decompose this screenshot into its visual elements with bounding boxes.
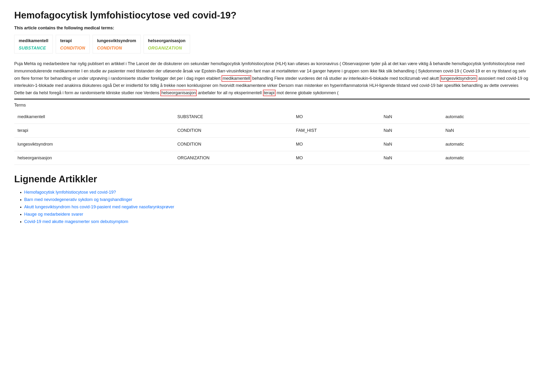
terms-label: Terms bbox=[14, 102, 530, 109]
table-cell: NaN bbox=[380, 124, 442, 137]
body-text: behandling Flere steder vurderes det nå … bbox=[251, 76, 440, 81]
table-cell: automatic bbox=[442, 110, 530, 124]
table-cell: medikamentell bbox=[14, 110, 174, 124]
table-row: terapiCONDITIONFAM_HISTNaNNaN bbox=[14, 124, 530, 137]
chip-term: helseorganisasjon bbox=[148, 37, 185, 44]
table-cell: terapi bbox=[14, 124, 174, 137]
page-title: Hemofagocytisk lymfohistiocytose ved cov… bbox=[14, 10, 530, 21]
term-chip: medikamentellSUBSTANCE bbox=[14, 35, 53, 54]
related-article-link[interactable]: Hemofagocytisk lymfohistiocytose ved cov… bbox=[24, 190, 116, 195]
table-cell: NaN bbox=[380, 151, 442, 165]
related-article-link[interactable]: Barn med nevrodegenerativ sykdom og tvan… bbox=[24, 197, 132, 202]
table-cell: lungesviktsyndrom bbox=[14, 137, 174, 151]
intro-line: This article contains the following medi… bbox=[14, 25, 530, 31]
body-text: anbefaler for all ny eksperimentell bbox=[197, 90, 263, 95]
chip-type: ORGANIZATION bbox=[148, 45, 185, 52]
table-cell: FAM_HIST bbox=[293, 124, 380, 137]
term-chips-row: medikamentellSUBSTANCEterapiCONDITIONlun… bbox=[14, 35, 530, 54]
term-chip: helseorganisasjonORGANIZATION bbox=[144, 35, 190, 54]
chip-term: medikamentell bbox=[19, 37, 48, 44]
list-item: Hemofagocytisk lymfohistiocytose ved cov… bbox=[24, 189, 530, 196]
list-item: Covid-19 med akutte magesmerter som debu… bbox=[24, 218, 530, 225]
highlighted-term: lungesviktsyndrom bbox=[440, 75, 477, 82]
related-article-link[interactable]: Akutt lungesviktsyndrom hos covid-19-pas… bbox=[24, 205, 174, 209]
terms-table: medikamentellSUBSTANCEMONaNautomatictera… bbox=[14, 110, 530, 165]
list-item: Akutt lungesviktsyndrom hos covid-19-pas… bbox=[24, 204, 530, 210]
chip-term: lungesviktsyndrom bbox=[97, 37, 136, 44]
list-item: Barn med nevrodegenerativ sykdom og tvan… bbox=[24, 196, 530, 203]
table-row: helseorganisasjonORGANIZATIONMONaNautoma… bbox=[14, 151, 530, 165]
table-cell: MO bbox=[293, 110, 380, 124]
chip-type: CONDITION bbox=[60, 45, 85, 52]
chip-type: CONDITION bbox=[97, 45, 136, 52]
related-heading: Lignende Artikkler bbox=[14, 171, 530, 186]
highlighted-term: medikamentell bbox=[222, 75, 251, 82]
related-article-link[interactable]: Covid-19 med akutte magesmerter som debu… bbox=[24, 219, 128, 224]
table-row: lungesviktsyndromCONDITIONMONaNautomatic bbox=[14, 137, 530, 151]
highlighted-term: helseorganisasjon bbox=[160, 90, 197, 96]
table-cell: NaN bbox=[380, 137, 442, 151]
divider bbox=[14, 99, 530, 99]
chip-type: SUBSTANCE bbox=[19, 45, 48, 52]
term-chip: terapiCONDITION bbox=[56, 35, 90, 54]
table-cell: CONDITION bbox=[174, 137, 293, 151]
table-cell: SUBSTANCE bbox=[174, 110, 293, 124]
article-body: Puja Mehta og medarbeidere har nylig pub… bbox=[14, 60, 530, 96]
table-cell: automatic bbox=[442, 151, 530, 165]
table-cell: automatic bbox=[442, 137, 530, 151]
term-chip: lungesviktsyndromCONDITION bbox=[93, 35, 141, 54]
body-text: mot denne globale sykdommen ( bbox=[276, 90, 339, 95]
table-cell: MO bbox=[293, 151, 380, 165]
chip-term: terapi bbox=[60, 37, 85, 44]
table-cell: MO bbox=[293, 137, 380, 151]
table-row: medikamentellSUBSTANCEMONaNautomatic bbox=[14, 110, 530, 124]
table-cell: ORGANIZATION bbox=[174, 151, 293, 165]
related-links-list: Hemofagocytisk lymfohistiocytose ved cov… bbox=[14, 189, 530, 225]
related-article-link[interactable]: Hauge og medarbeidere svarer bbox=[24, 212, 83, 217]
list-item: Hauge og medarbeidere svarer bbox=[24, 211, 530, 218]
table-cell: CONDITION bbox=[174, 124, 293, 137]
highlighted-term: terapi bbox=[263, 90, 276, 96]
table-cell: NaN bbox=[442, 124, 530, 137]
table-cell: NaN bbox=[380, 110, 442, 124]
table-cell: helseorganisasjon bbox=[14, 151, 174, 165]
